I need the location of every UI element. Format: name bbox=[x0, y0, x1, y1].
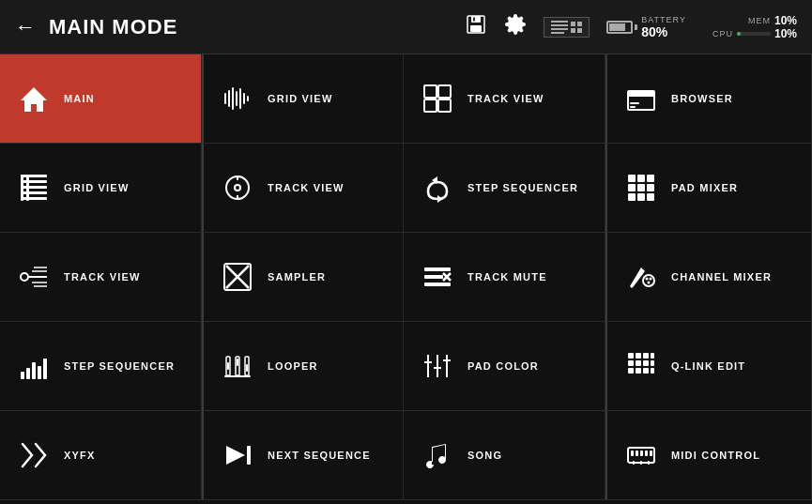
grid-cell-track-view[interactable]: TRACK VIEW bbox=[0, 233, 202, 322]
grid-cell-q-link-edit[interactable]: Q-LINK EDIT bbox=[605, 322, 812, 411]
svg-rect-6 bbox=[224, 93, 226, 104]
svg-rect-20 bbox=[630, 106, 636, 108]
svg-rect-62 bbox=[21, 372, 24, 379]
q-link-edit-label: Q-LINK EDIT bbox=[671, 360, 745, 372]
q-link-edit-icon bbox=[624, 351, 658, 381]
grid-cell-looper[interactable]: STEP SEQUENCER bbox=[404, 144, 605, 233]
svg-rect-27 bbox=[26, 175, 29, 201]
grid-cell-sample-edit[interactable]: GRID VIEW bbox=[202, 54, 404, 144]
battery-block: BATTERY 80% bbox=[641, 15, 686, 39]
mem-label: MEM bbox=[748, 16, 771, 25]
mem-row: MEM 10% bbox=[748, 14, 797, 27]
svg-rect-21 bbox=[21, 175, 47, 177]
svg-rect-35 bbox=[628, 175, 636, 182]
svg-rect-89 bbox=[636, 368, 641, 374]
svg-rect-18 bbox=[628, 91, 654, 97]
svg-rect-24 bbox=[21, 191, 47, 194]
grid-view-icon bbox=[17, 173, 51, 203]
grid-cell-track-mute[interactable]: TRACK MUTE bbox=[404, 233, 605, 322]
svg-rect-72 bbox=[246, 364, 248, 372]
cpu-bar-track bbox=[737, 32, 771, 36]
grid-cell-xyfx[interactable]: XYFX bbox=[0, 411, 202, 500]
main-label: MAIN bbox=[64, 93, 95, 104]
grid-cell-song[interactable]: SONG bbox=[404, 411, 605, 500]
step-sequencer-icon bbox=[17, 351, 51, 381]
settings-icon[interactable] bbox=[504, 13, 527, 41]
svg-rect-37 bbox=[647, 175, 654, 182]
svg-rect-41 bbox=[628, 193, 636, 201]
svg-rect-12 bbox=[247, 96, 249, 101]
track-mute-label: TRACK MUTE bbox=[467, 271, 547, 283]
header: ← MAIN MODE bbox=[0, 0, 812, 54]
pad-perform-icon bbox=[624, 173, 658, 203]
browser-label: BROWSER bbox=[671, 93, 733, 104]
next-sequence-icon bbox=[221, 440, 254, 470]
track-view-label: TRACK VIEW bbox=[64, 271, 141, 283]
svg-rect-16 bbox=[438, 99, 451, 112]
grid-cell-sampler[interactable]: TRACK VIEW bbox=[202, 144, 404, 233]
grid-cell-program-edit[interactable]: TRACK VIEW bbox=[404, 54, 605, 144]
battery-value: 80% bbox=[641, 24, 686, 39]
svg-rect-87 bbox=[651, 360, 654, 366]
svg-rect-80 bbox=[628, 353, 634, 359]
svg-rect-1 bbox=[471, 16, 481, 23]
grid-cell-next-sequence[interactable]: NEXT SEQUENCE bbox=[202, 411, 404, 500]
channel-mixer-label: PAD COLOR bbox=[467, 360, 539, 372]
page-title: MAIN MODE bbox=[49, 15, 465, 39]
svg-rect-83 bbox=[651, 353, 654, 359]
svg-rect-42 bbox=[637, 193, 645, 201]
svg-rect-15 bbox=[424, 99, 437, 112]
mem-value: 10% bbox=[774, 14, 797, 27]
svg-rect-99 bbox=[650, 451, 652, 456]
pad-color-icon bbox=[624, 262, 658, 292]
browser-icon bbox=[624, 84, 658, 114]
svg-rect-68 bbox=[227, 362, 229, 370]
midi-control-icon bbox=[624, 440, 658, 470]
grid-cell-grid-view[interactable]: GRID VIEW bbox=[0, 144, 202, 233]
svg-rect-39 bbox=[637, 184, 645, 191]
svg-rect-63 bbox=[26, 368, 30, 379]
save-icon[interactable] bbox=[465, 13, 487, 41]
svg-point-59 bbox=[646, 278, 649, 281]
pad-mixer-icon bbox=[221, 351, 254, 381]
mpc-lines-icon bbox=[551, 21, 568, 34]
svg-rect-36 bbox=[637, 175, 645, 182]
looper-icon bbox=[421, 173, 454, 203]
grid-cell-pad-mixer[interactable]: LOOPER bbox=[202, 322, 404, 411]
xyfx-icon bbox=[17, 440, 51, 470]
next-sequence-label: NEXT SEQUENCE bbox=[268, 450, 371, 461]
grid-cell-pad-mute[interactable]: SAMPLER bbox=[202, 233, 404, 322]
mpc-dots bbox=[571, 22, 582, 33]
svg-rect-96 bbox=[636, 451, 638, 456]
grid-cell-step-sequencer[interactable]: STEP SEQUENCER bbox=[0, 322, 202, 411]
grid-cell-main[interactable]: MAIN bbox=[0, 54, 202, 144]
grid-cell-channel-mixer[interactable]: PAD COLOR bbox=[404, 322, 605, 411]
svg-rect-53 bbox=[424, 267, 451, 271]
cpu-row: CPU 10% bbox=[712, 27, 797, 40]
svg-rect-23 bbox=[21, 186, 47, 189]
track-view-icon bbox=[17, 262, 51, 292]
xyfx-label: XYFX bbox=[64, 450, 96, 461]
svg-rect-64 bbox=[32, 362, 36, 379]
looper-label: STEP SEQUENCER bbox=[467, 182, 578, 193]
pad-mixer-label: LOOPER bbox=[268, 360, 318, 372]
sampler-icon bbox=[221, 173, 254, 203]
grid-cell-pad-perform[interactable]: PAD MIXER bbox=[605, 144, 812, 233]
grid-view-label: GRID VIEW bbox=[64, 182, 129, 193]
back-button[interactable]: ← bbox=[15, 15, 36, 39]
mem-cpu-block: MEM 10% CPU 10% bbox=[712, 14, 797, 40]
grid-cell-pad-color[interactable]: CHANNEL MIXER bbox=[605, 233, 812, 322]
mpc-button[interactable] bbox=[544, 17, 590, 38]
svg-rect-38 bbox=[628, 184, 636, 191]
pad-perform-label: PAD MIXER bbox=[671, 182, 738, 193]
grid-cell-browser[interactable]: BROWSER bbox=[605, 54, 812, 144]
svg-rect-55 bbox=[424, 283, 451, 286]
battery-label: BATTERY bbox=[641, 15, 686, 24]
svg-rect-2 bbox=[470, 25, 482, 32]
svg-rect-98 bbox=[645, 451, 648, 456]
grid-cell-midi-control[interactable]: MIDI CONTROL bbox=[605, 411, 812, 500]
sampler-label: TRACK VIEW bbox=[268, 182, 345, 193]
program-edit-icon bbox=[421, 84, 454, 114]
svg-rect-86 bbox=[643, 360, 649, 366]
channel-mixer-icon bbox=[421, 351, 454, 381]
